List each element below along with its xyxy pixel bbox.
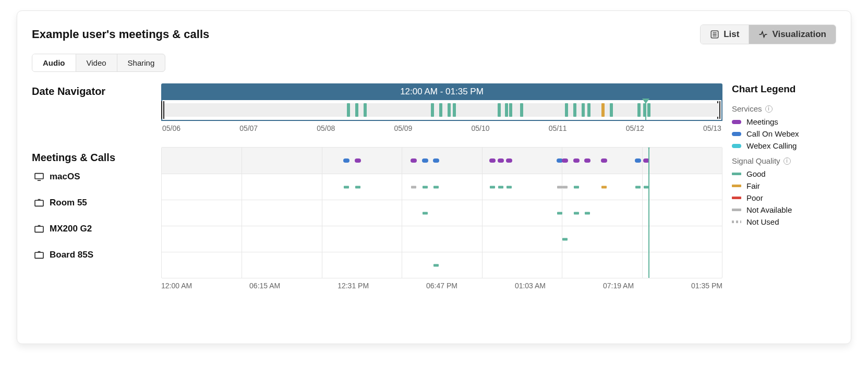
time-axis: 12:00 AM06:15 AM12:31 PM06:47 PM01:03 AM…: [161, 282, 722, 290]
timeline-chart: 12:00 AM06:15 AM12:31 PM06:47 PM01:03 AM…: [161, 147, 722, 290]
legend-item: Call On Webex: [732, 129, 836, 138]
nav-event-marker[interactable]: [431, 103, 434, 117]
service-marker[interactable]: [562, 158, 568, 163]
quality-marker[interactable]: [507, 186, 512, 188]
quality-marker[interactable]: [562, 186, 568, 188]
quality-marker[interactable]: [574, 186, 579, 188]
device-icon: [34, 199, 44, 207]
quality-marker[interactable]: [585, 212, 590, 214]
tab-sharing[interactable]: Sharing: [117, 54, 165, 71]
svg-rect-8: [35, 226, 43, 232]
service-marker[interactable]: [422, 158, 428, 163]
legend-item: Not Available: [732, 205, 836, 214]
legend-swatch: [732, 173, 741, 175]
legend-signal-title: Signal Quality i: [732, 156, 836, 165]
quality-marker[interactable]: [490, 186, 495, 188]
info-icon[interactable]: i: [765, 105, 773, 113]
time-tick: 01:35 PM: [691, 282, 722, 290]
nav-event-marker[interactable]: [453, 103, 456, 117]
left-labels-column: Date Navigator Meetings & Calls macOSRoo…: [32, 83, 152, 268]
quality-marker[interactable]: [411, 186, 416, 188]
legend-item: Fair: [732, 181, 836, 190]
service-marker[interactable]: [355, 158, 361, 163]
desktop-icon: [34, 173, 44, 181]
time-tick: 12:31 PM: [337, 282, 369, 290]
service-marker[interactable]: [601, 158, 607, 163]
svg-rect-6: [35, 200, 43, 206]
quality-marker[interactable]: [557, 212, 562, 214]
quality-marker[interactable]: [423, 186, 428, 188]
device-row-label: Room 55: [32, 190, 152, 216]
nav-event-marker[interactable]: [509, 103, 512, 117]
date-tick: 05/09: [394, 124, 412, 132]
legend-swatch: [732, 221, 741, 223]
nav-event-marker[interactable]: [601, 103, 605, 117]
legend-swatch: [732, 132, 741, 136]
device-row-label: Board 85S: [32, 242, 152, 268]
service-marker[interactable]: [411, 158, 417, 163]
nav-event-marker[interactable]: [439, 103, 442, 117]
time-tick: 07:19 AM: [603, 282, 634, 290]
quality-marker[interactable]: [433, 264, 439, 266]
date-axis: 05/0605/0705/0805/0905/1005/1105/1205/13: [161, 124, 722, 132]
nav-event-marker[interactable]: [347, 103, 350, 117]
legend-swatch: [732, 209, 741, 211]
svg-rect-4: [35, 174, 43, 179]
chart-legend: Chart Legend Services i MeetingsCall On …: [732, 83, 836, 229]
service-marker[interactable]: [489, 158, 496, 163]
date-tick: 05/07: [239, 124, 258, 132]
timeline-row-room55: [162, 200, 722, 226]
nav-event-marker[interactable]: [582, 103, 585, 117]
tab-audio[interactable]: Audio: [32, 54, 76, 71]
nav-event-marker[interactable]: [610, 103, 613, 117]
quality-marker[interactable]: [601, 186, 607, 188]
quality-marker[interactable]: [574, 212, 579, 214]
service-marker[interactable]: [573, 158, 580, 163]
nav-event-marker[interactable]: [637, 103, 641, 117]
nav-event-marker[interactable]: [520, 103, 523, 117]
quality-marker[interactable]: [498, 186, 503, 188]
nav-event-marker[interactable]: [647, 103, 650, 117]
service-marker[interactable]: [498, 158, 504, 163]
date-tick: 05/11: [549, 124, 567, 132]
nav-event-marker[interactable]: [448, 103, 451, 117]
quality-marker[interactable]: [557, 186, 562, 188]
list-view-button[interactable]: List: [701, 25, 749, 44]
caret-down-icon[interactable]: [645, 147, 653, 149]
service-marker[interactable]: [506, 158, 512, 163]
caret-down-icon[interactable]: [642, 99, 649, 104]
legend-title: Chart Legend: [732, 83, 836, 95]
quality-marker[interactable]: [562, 238, 568, 240]
device-row-label: macOS: [32, 164, 152, 190]
nav-event-marker[interactable]: [498, 103, 501, 117]
date-tick: 05/06: [162, 124, 180, 132]
time-tick: 06:15 AM: [249, 282, 280, 290]
center-charts-column: 12:00 AM - 01:35 PM 05/0605/0705/0805/09…: [161, 83, 722, 290]
service-marker[interactable]: [584, 158, 590, 163]
info-icon[interactable]: i: [783, 157, 791, 165]
timeline-row-macos: [162, 174, 722, 200]
date-navigator[interactable]: 12:00 AM - 01:35 PM 05/0605/0705/0805/09…: [161, 83, 722, 132]
legend-item: Not Used: [732, 217, 836, 226]
quality-marker[interactable]: [423, 212, 428, 214]
service-marker[interactable]: [433, 158, 439, 163]
tab-video[interactable]: Video: [76, 54, 117, 71]
nav-event-marker[interactable]: [355, 103, 358, 117]
nav-event-marker[interactable]: [587, 103, 590, 117]
nav-event-marker[interactable]: [364, 103, 367, 117]
quality-marker[interactable]: [635, 186, 641, 188]
service-marker[interactable]: [343, 158, 349, 163]
nav-event-marker[interactable]: [505, 103, 508, 117]
nav-event-marker[interactable]: [565, 103, 568, 117]
device-row-label: MX200 G2: [32, 216, 152, 242]
time-tick: 06:47 PM: [426, 282, 457, 290]
nav-event-marker[interactable]: [573, 103, 576, 117]
visualization-view-button[interactable]: Visualization: [749, 25, 836, 44]
time-tick: 12:00 AM: [161, 282, 192, 290]
date-tick: 05/08: [317, 124, 335, 132]
service-marker[interactable]: [635, 158, 641, 163]
quality-marker[interactable]: [344, 186, 349, 188]
quality-marker[interactable]: [355, 186, 360, 188]
quality-marker[interactable]: [433, 186, 439, 188]
legend-item: Poor: [732, 193, 836, 202]
